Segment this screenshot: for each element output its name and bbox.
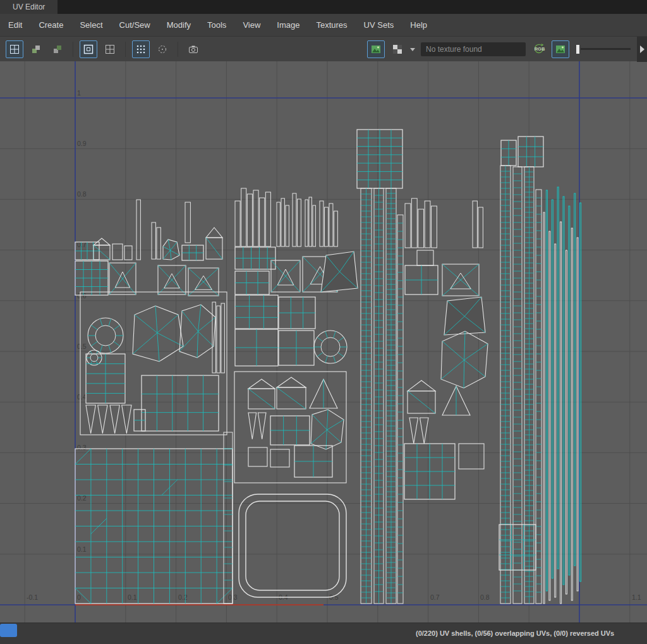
uv-statistics-text: (0/220) UV shells, (0/56) overlapping UV… [416,629,614,637]
menu-item-tools[interactable]: Tools [199,14,234,36]
svg-text:0.1: 0.1 [128,593,137,601]
menu-item-uv-sets[interactable]: UV Sets [356,14,402,36]
svg-text:0.8: 0.8 [480,593,490,601]
pixel-snap-button[interactable] [132,40,150,58]
rgb-label: RGB [532,42,547,57]
svg-text:0.5: 0.5 [77,343,87,350]
svg-text:1.1: 1.1 [632,593,641,601]
chevron-right-icon [639,44,645,54]
svg-text:0.3: 0.3 [77,444,87,451]
uv-viewport-canvas[interactable]: 10.90.80.70.60.50.40.30.20.1-0.100.10.20… [0,0,647,644]
tab-uv-editor[interactable]: UV Editor [0,0,57,14]
svg-text:0.4: 0.4 [77,393,87,401]
svg-text:0.1: 0.1 [77,545,87,553]
svg-text:1: 1 [77,89,81,97]
checker-tile-button[interactable] [389,40,406,58]
caret-down-icon [409,44,416,54]
grid-icon [105,44,115,54]
titlebar: UV Editor [0,0,647,14]
dim-image-button[interactable] [154,40,171,58]
image-exposure-slider[interactable] [576,45,631,54]
window-title: UV Editor [13,3,45,11]
menu-item-help[interactable]: Help [402,14,435,36]
toolbar-expander[interactable] [637,37,647,62]
slider-handle[interactable] [576,45,579,54]
dashed-circle-icon [157,44,167,54]
uv-border-display-button[interactable] [80,40,97,58]
texture-name-field[interactable]: No texture found [421,42,526,56]
toolbar-separator [178,42,178,57]
texture-image-icon [371,44,381,54]
menu-item-cut-sew[interactable]: Cut/Sew [111,14,159,36]
grid-four-icon [9,44,20,54]
statusbar: (0/220) UV shells, (0/56) overlapping UV… [0,623,647,644]
menu-item-modify[interactable]: Modify [159,14,199,36]
grid-display-button[interactable] [101,40,119,58]
dotted-grid-icon [136,44,146,54]
border-grid-icon [83,44,94,54]
slider-track[interactable] [581,48,631,50]
menu-item-select[interactable]: Select [71,14,111,36]
svg-text:0.6: 0.6 [77,292,87,300]
menu-item-view[interactable]: View [234,14,269,36]
display-image-button-2[interactable] [552,40,569,58]
toolbar: No texture found RGB [0,36,647,61]
svg-text:-0.1: -0.1 [27,593,38,601]
display-image-button[interactable] [367,40,385,58]
menu-item-edit[interactable]: Edit [0,14,30,36]
texture-image-icon [555,44,565,54]
menu-item-image[interactable]: Image [269,14,308,36]
rgb-channel-toggle[interactable]: RGB [532,42,547,57]
menubar: EditCreateSelectCut/SewModifyToolsViewIm… [0,14,647,36]
uv-editor-window: 10.90.80.70.60.50.40.30.20.1-0.100.10.20… [0,0,647,644]
menu-item-textures[interactable]: Textures [308,14,355,36]
svg-text:0.9: 0.9 [77,140,87,147]
svg-text:0: 0 [77,593,81,601]
svg-text:0.7: 0.7 [430,593,440,601]
overlap-squares-icon [31,44,41,54]
svg-text:0.8: 0.8 [77,190,87,198]
svg-text:0.2: 0.2 [178,593,188,601]
menu-item-create[interactable]: Create [30,14,71,36]
checker-icon [392,44,402,54]
toolbar-separator [73,42,73,57]
tile-layout-button[interactable] [6,40,23,58]
overlap-squares-alt-icon [52,44,63,54]
uv-snapshot-button[interactable] [184,40,202,58]
shaded-uv-distortion-button[interactable] [49,40,66,58]
toolbar-separator [125,42,126,57]
shaded-uv-display-button[interactable] [27,40,45,58]
camera-icon [188,44,198,54]
texture-dropdown-caret[interactable] [408,44,417,54]
panel-grip[interactable] [0,624,17,637]
